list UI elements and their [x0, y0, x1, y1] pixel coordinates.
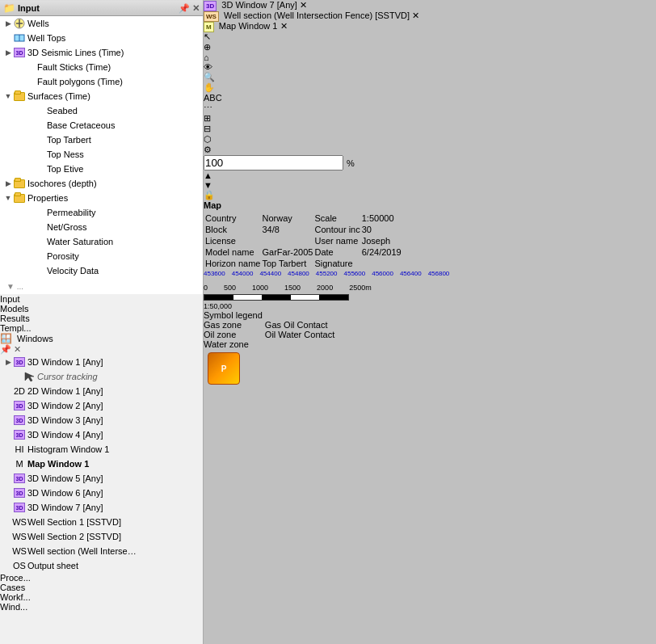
histw1-label: Histogram Window 1 — [27, 444, 109, 454]
tree-item-water-saturation[interactable]: Water Saturation — [0, 234, 203, 249]
close-icon-windows[interactable]: ✕ — [14, 344, 21, 355]
velocity-data-label: Velocity Data — [47, 266, 99, 276]
top-etive-label: Top Etive — [47, 164, 83, 174]
bottom-tab-workf[interactable]: Workf... — [0, 592, 203, 602]
tab-input[interactable]: Input — [0, 294, 203, 304]
bottom-tab-wind[interactable]: Wind... — [0, 602, 203, 612]
toolbar-arrow-btn[interactable]: ↖ — [204, 32, 449, 42]
win-tab-mapw1[interactable]: M Map Window 1 ✕ — [204, 21, 449, 32]
3d-seismic-label: 3D Seismic Lines (Time) — [27, 48, 124, 57]
tree-item-porosity[interactable]: Porosity — [0, 249, 203, 263]
wells-label: Wells — [27, 19, 49, 28]
tree-item-permeability[interactable]: Permeability — [0, 205, 203, 220]
tree-item-net-gross[interactable]: Net/Gross — [0, 220, 203, 234]
tree-item-properties[interactable]: ▼ Properties — [0, 191, 203, 205]
output-icon: OS — [13, 559, 26, 572]
bottom-tab-proce[interactable]: Proce... — [0, 573, 203, 583]
tree-item-isochores[interactable]: ▶ Isochores (depth) — [0, 176, 203, 191]
country-value: Norway — [262, 213, 313, 223]
zoom-input[interactable] — [204, 155, 343, 170]
petrel-logo-area: P — [204, 349, 244, 388]
horizon-name-label: Horizon name — [205, 259, 260, 268]
windows-item-wsfence[interactable]: WS Well section (Well Intersection Fence… — [0, 544, 203, 558]
close-icon-input[interactable]: ✕ — [192, 3, 200, 14]
tree-item-base-cretaceous[interactable]: Base Cretaceous — [0, 118, 203, 133]
tree-item-velocity-data[interactable]: Velocity Data — [0, 263, 203, 278]
expand-isochores[interactable]: ▶ — [3, 179, 13, 188]
contour-value: 30 — [362, 225, 402, 234]
win-tab-wsfence-close[interactable]: ✕ — [412, 11, 419, 20]
toolbar-zoom-up-btn[interactable]: ▲ — [204, 170, 449, 180]
pin-icon-windows[interactable]: 📌 — [0, 344, 11, 355]
windows-title: Windows — [17, 334, 53, 343]
seabed-label: Seabed — [47, 106, 78, 116]
windows-item-output[interactable]: OS Output sheet — [0, 558, 203, 573]
windows-item-3dw2[interactable]: 3D 3D Window 2 [Any] — [0, 398, 203, 413]
tab-templ[interactable]: Templ... — [0, 323, 203, 333]
tree-item-top-tarbert[interactable]: Top Tarbert — [0, 133, 203, 147]
win-tab-wsfence[interactable]: WS Well section (Well Intersection Fence… — [204, 11, 449, 21]
pin-icon[interactable]: 📌 — [179, 3, 190, 14]
windows-item-3dw5[interactable]: 3D 3D Window 5 [Any] — [0, 471, 203, 486]
toolbar-cursor-btn[interactable]: ⊕ — [204, 42, 449, 53]
tree-item-surfaces[interactable]: ▼ Surfaces (Time) — [0, 89, 203, 103]
toolbar-well-btn[interactable]: ⊞ — [204, 113, 449, 124]
toolbar-home-btn[interactable]: ⌂ — [204, 53, 449, 62]
expand-surfaces[interactable]: ▼ — [3, 91, 13, 101]
tab-models[interactable]: Models — [0, 304, 203, 314]
top-ness-icon — [32, 148, 45, 161]
window-tabs: 3D 3D Window 7 [Any] ✕ WS Well section (… — [204, 0, 449, 32]
expand-well-tops[interactable] — [3, 33, 13, 43]
toolbar-pan-btn[interactable]: ✋ — [204, 82, 449, 93]
petrel-logo: P — [208, 352, 240, 385]
windows-header: 🪟 Windows 📌 ✕ — [0, 333, 203, 355]
tree-item-seabed[interactable]: Seabed — [0, 103, 203, 118]
tree-item-3d-seismic[interactable]: ▶ 3D 3D Seismic Lines (Time) — [0, 45, 203, 60]
tree-item-fault-sticks[interactable]: Fault Sticks (Time) — [0, 60, 203, 74]
3dw7-icon: 3D — [13, 501, 26, 514]
windows-item-3dw3[interactable]: 3D 3D Window 3 [Any] — [0, 413, 203, 427]
tab-results[interactable]: Results — [0, 314, 203, 323]
toolbar-eye-btn[interactable]: 👁 — [204, 62, 449, 72]
expand-properties[interactable]: ▼ — [3, 193, 13, 203]
windows-item-histw1[interactable]: HI Histogram Window 1 — [0, 442, 203, 457]
toolbar-grid-btn[interactable]: ⊟ — [204, 124, 449, 134]
scale-value: 1:50000 — [362, 213, 402, 223]
properties-icon — [13, 192, 26, 204]
toolbar-zoom-btn[interactable]: 🔍 — [204, 72, 449, 82]
windows-item-2dw1[interactable]: 2D 2D Window 1 [Any] — [0, 384, 203, 398]
windows-item-3dw6[interactable]: 3D 3D Window 6 [Any] — [0, 486, 203, 500]
win-tab-mapw1-close[interactable]: ✕ — [280, 21, 288, 31]
windows-item-cursor[interactable]: Cursor tracking — [0, 369, 203, 384]
expand-3dw1[interactable]: ▶ — [3, 357, 13, 367]
tree-item-top-etive[interactable]: Top Etive — [0, 162, 203, 176]
windows-item-3dw1[interactable]: ▶ 3D 3D Window 1 [Any] — [0, 355, 203, 369]
legend-title: Symbol legend — [204, 310, 449, 320]
windows-item-mapw1[interactable]: M Map Window 1 — [0, 457, 203, 471]
win-tab-3dw7[interactable]: 3D 3D Window 7 [Any] ✕ — [204, 0, 449, 11]
bottom-tab-cases[interactable]: Cases — [0, 583, 203, 592]
toolbar-abc-btn[interactable]: ABC — [204, 93, 449, 103]
tree-item-wells[interactable]: ▶ Wells — [0, 16, 203, 31]
windows-item-3dw7[interactable]: 3D 3D Window 7 [Any] — [0, 500, 203, 515]
toolbar-settings-btn[interactable]: ⚙ — [204, 145, 449, 155]
3dw3-icon: 3D — [13, 414, 26, 427]
windows-item-ws1[interactable]: WS Well Section 1 [SSTVD] — [0, 515, 203, 529]
toolbar-lock-btn[interactable]: 🔒 — [204, 190, 449, 200]
windows-item-3dw4[interactable]: 3D 3D Window 4 [Any] — [0, 427, 203, 442]
toolbar-poly-btn[interactable]: ⬡ — [204, 134, 449, 145]
ws2-label: Well Section 2 [SSTVD] — [27, 532, 121, 541]
tree-item-top-ness[interactable]: Top Ness — [0, 147, 203, 162]
2dw1-label: 2D Window 1 [Any] — [27, 386, 103, 396]
windows-item-ws2[interactable]: WS Well Section 2 [SSTVD] — [0, 529, 203, 544]
expand-wells[interactable]: ▶ — [3, 19, 13, 28]
permeability-icon — [32, 206, 45, 219]
win-tab-3dw7-close[interactable]: ✕ — [300, 0, 307, 10]
signature-label: Signature — [314, 259, 360, 268]
wsfence-label: Well section (Well Intersection Fence) [ — [27, 546, 141, 556]
expand-3d-seismic[interactable]: ▶ — [3, 48, 13, 57]
toolbar-zoom-down-btn[interactable]: ▼ — [204, 180, 449, 190]
toolbar-more-btn[interactable]: ⋯ — [204, 103, 449, 113]
tree-item-fault-polygons[interactable]: Fault polygons (Time) — [0, 74, 203, 89]
tree-item-well-tops[interactable]: Well Tops — [0, 31, 203, 45]
